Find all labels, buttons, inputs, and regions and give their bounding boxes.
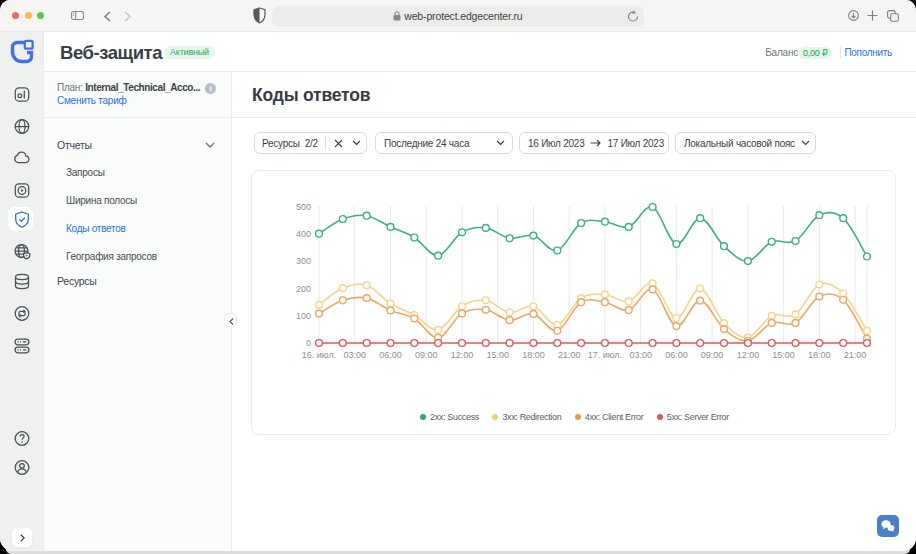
svg-text:21:00: 21:00 (558, 350, 581, 360)
svg-text:0: 0 (306, 338, 311, 348)
svg-text:18:00: 18:00 (808, 350, 831, 360)
svg-text:300: 300 (296, 256, 311, 266)
svg-text:09:00: 09:00 (701, 350, 724, 360)
svg-text:500: 500 (296, 202, 311, 212)
svg-text:200: 200 (296, 284, 311, 294)
svg-text:15:00: 15:00 (772, 350, 795, 360)
svg-text:03:00: 03:00 (343, 350, 366, 360)
svg-text:100: 100 (296, 311, 311, 321)
svg-text:16. июл.: 16. июл. (302, 350, 336, 360)
svg-text:12:00: 12:00 (737, 350, 760, 360)
svg-text:400: 400 (296, 229, 311, 239)
svg-text:17. июл.: 17. июл. (588, 350, 622, 360)
svg-text:15:00: 15:00 (486, 350, 509, 360)
svg-text:12:00: 12:00 (451, 350, 474, 360)
svg-text:09:00: 09:00 (415, 350, 438, 360)
svg-text:06:00: 06:00 (379, 350, 402, 360)
svg-text:18:00: 18:00 (522, 350, 545, 360)
svg-text:21:00: 21:00 (844, 350, 867, 360)
svg-text:03:00: 03:00 (629, 350, 652, 360)
svg-text:06:00: 06:00 (665, 350, 688, 360)
